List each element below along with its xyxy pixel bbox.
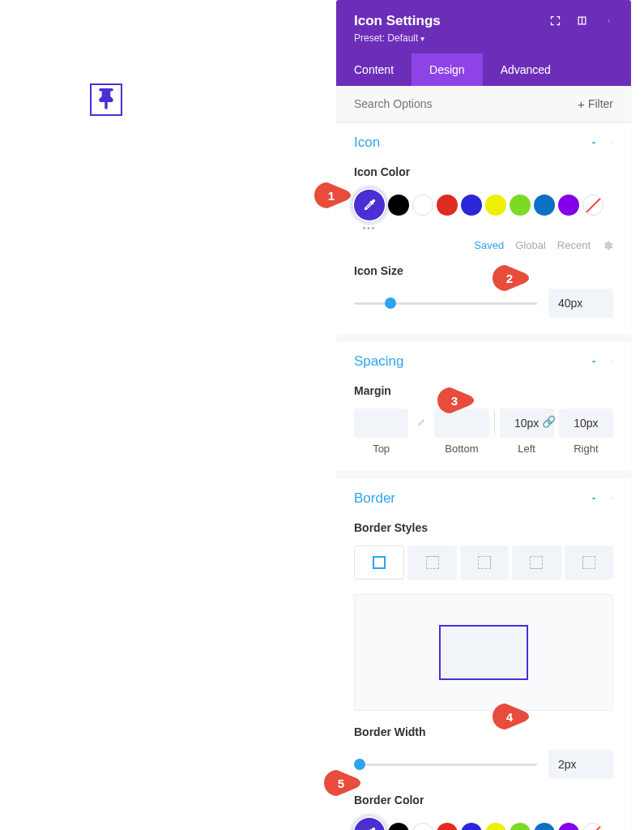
swatch-yellow[interactable] [485, 195, 506, 216]
margin-top-input[interactable] [354, 409, 408, 438]
section-header-border[interactable]: Border [336, 479, 631, 518]
slider-track[interactable] [354, 764, 537, 766]
icon-size-input[interactable] [548, 289, 613, 318]
tab-advanced[interactable]: Advanced [483, 53, 569, 86]
tab-content[interactable]: Content [336, 53, 412, 86]
border-all[interactable] [354, 545, 404, 580]
icon-color-swatches [354, 190, 613, 220]
border-bottom[interactable] [512, 545, 561, 580]
section-header-icon[interactable]: Icon [336, 123, 631, 162]
border-right[interactable] [460, 545, 509, 580]
section-title: Border [354, 490, 395, 507]
tab-design[interactable]: Design [412, 53, 483, 86]
swatch-teal[interactable] [534, 823, 555, 830]
icon-size-label: Icon Size [354, 264, 613, 277]
swatch-purple[interactable] [558, 195, 579, 216]
swatch-red[interactable] [437, 823, 458, 830]
svg-point-1 [608, 20, 609, 21]
svg-point-9 [612, 497, 612, 498]
svg-point-10 [612, 498, 612, 499]
section-icon: Icon Icon Color [336, 122, 631, 334]
section-more-icon[interactable] [610, 137, 613, 148]
expand-icon[interactable] [549, 15, 561, 27]
chevron-up-icon [589, 138, 599, 148]
section-header-spacing[interactable]: Spacing [336, 342, 631, 381]
swatch-yellow[interactable] [485, 823, 506, 830]
border-color-label: Border Color [354, 794, 613, 806]
icon-size-slider [354, 289, 613, 318]
panel-actions [549, 15, 615, 27]
eyedropper-icon [362, 826, 377, 830]
swatch-red[interactable] [437, 195, 458, 216]
border-color-swatches [354, 818, 613, 830]
margin-right-input[interactable] [559, 409, 613, 438]
chevron-up-icon [589, 357, 599, 366]
swatch-selected[interactable] [354, 190, 385, 220]
border-width-input[interactable] [548, 750, 613, 779]
color-meta: Saved Global Recent [354, 239, 613, 251]
swatch-purple[interactable] [558, 823, 579, 830]
swatch-green[interactable] [510, 823, 531, 830]
swatch-ellipsis[interactable]: ••• [354, 224, 385, 233]
swatch-none[interactable] [582, 823, 603, 830]
swatch-white[interactable] [412, 195, 433, 216]
margin-bottom-input[interactable] [434, 409, 488, 438]
columns-icon[interactable] [576, 15, 588, 27]
icon-color-label: Icon Color [354, 165, 613, 178]
eyedropper-icon [362, 198, 377, 212]
more-icon[interactable] [603, 15, 615, 27]
svg-point-6 [612, 360, 612, 361]
panel-title: Icon Settings [354, 13, 441, 29]
pin-icon [96, 88, 116, 111]
swatch-black[interactable] [388, 823, 409, 830]
tabs: Content Design Advanced [336, 53, 631, 86]
filter-button[interactable]: + Filter [571, 92, 620, 116]
svg-point-3 [612, 141, 612, 142]
svg-point-2 [608, 22, 609, 23]
swatch-white[interactable] [412, 823, 433, 830]
settings-panel: Icon Settings Preset: Default Content De… [336, 0, 631, 830]
meta-global[interactable]: Global [515, 239, 546, 251]
svg-point-0 [608, 19, 609, 20]
slider-track[interactable] [354, 302, 537, 305]
slider-thumb[interactable] [385, 297, 396, 309]
meta-saved[interactable]: Saved [474, 239, 504, 251]
section-more-icon[interactable] [610, 493, 613, 504]
search-input[interactable] [354, 86, 571, 122]
chevron-up-icon [589, 494, 599, 503]
unlink-icon[interactable]: ⤢ [413, 409, 429, 436]
label-top: Top [373, 443, 390, 455]
svg-point-8 [612, 362, 612, 363]
preview-icon [90, 83, 122, 116]
meta-recent[interactable]: Recent [557, 239, 591, 251]
border-preview [354, 594, 613, 711]
swatch-teal[interactable] [534, 195, 555, 216]
section-border: Border Border Styles Border Width [336, 479, 631, 830]
swatch-blue[interactable] [461, 823, 482, 830]
label-right: Right [574, 443, 598, 455]
border-left[interactable] [565, 545, 613, 580]
margin-divider [494, 410, 495, 434]
preset-selector[interactable]: Preset: Default [354, 32, 441, 44]
filter-label: Filter [588, 97, 613, 110]
slider-thumb[interactable] [354, 759, 365, 770]
svg-point-4 [612, 143, 612, 143]
border-width-label: Border Width [354, 725, 613, 738]
swatch-selected[interactable] [354, 818, 385, 830]
swatch-green[interactable] [510, 195, 531, 216]
border-styles [354, 545, 613, 580]
border-styles-label: Border Styles [354, 521, 613, 534]
link-icon[interactable]: 🔗 [542, 415, 556, 428]
section-title: Icon [354, 135, 380, 151]
margin-inputs: Top ⤢ Bottom Left 🔗 Right [354, 409, 613, 455]
gear-icon[interactable] [602, 240, 613, 251]
swatch-none[interactable] [582, 195, 603, 216]
section-spacing: Spacing Margin Top ⤢ Bottom [336, 342, 631, 471]
swatch-blue[interactable] [461, 195, 482, 216]
section-more-icon[interactable] [610, 356, 613, 367]
search-row: + Filter [336, 86, 631, 122]
border-width-slider [354, 750, 613, 779]
border-top[interactable] [407, 545, 456, 580]
swatch-black[interactable] [388, 195, 409, 216]
svg-point-5 [612, 143, 612, 144]
